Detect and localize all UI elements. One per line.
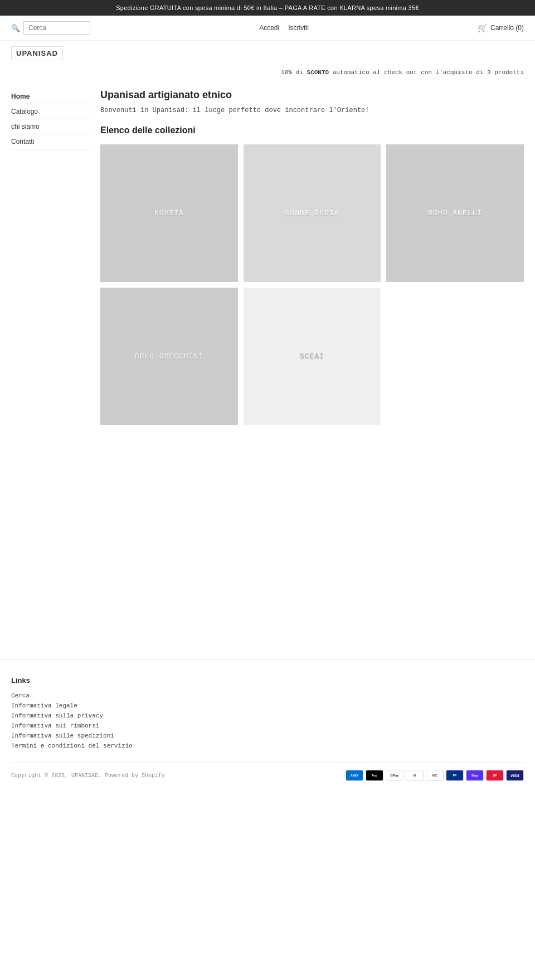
footer-link-item: Informativa legale: [11, 701, 524, 709]
collection-item[interactable]: BOHO ANELLI: [386, 144, 524, 282]
login-link[interactable]: Accedi: [259, 24, 279, 32]
footer-link-item: Termini e condizioni del servizio: [11, 741, 524, 749]
payment-icon-shoppay: Shop: [466, 770, 484, 781]
footer-link-item: Cerca: [11, 691, 524, 699]
collections-grid: NOVITÀGONNE INDIABOHO ANELLIBOHO ORECCHI…: [100, 144, 524, 425]
sidebar-item: chi siamo: [11, 119, 89, 134]
footer: Links CercaInformativa legaleInformativa…: [0, 659, 535, 792]
header: 🔍 Accedi Iscriviti 🛒 Carrello (0): [0, 16, 535, 41]
footer-links-title: Links: [11, 676, 524, 685]
footer-link-item: Informativa sulle spedizioni: [11, 731, 524, 739]
logo-area: UPANISAD: [0, 41, 535, 62]
payment-icon-google-pay: GPay: [386, 770, 403, 781]
footer-copyright: Copyright © 2023, UPANISAD. Powered by S…: [11, 773, 165, 779]
collection-item[interactable]: NOVITÀ: [100, 144, 238, 282]
collection-label: GONNE INDIA: [285, 209, 339, 217]
footer-link-item: Informativa sui rimborsi: [11, 721, 524, 729]
payment-icon-visa: VISA: [506, 770, 524, 781]
collection-label: NOVITÀ: [154, 209, 184, 217]
footer-link[interactable]: Termini e condizioni del servizio: [11, 743, 133, 749]
payment-icon-union-pay: UP: [486, 770, 504, 781]
discount-text-pre: 10% di: [281, 69, 307, 76]
register-link[interactable]: Iscriviti: [288, 24, 309, 32]
top-banner: Spedizione GRATUITA con spesa minima di …: [0, 0, 535, 16]
footer-link[interactable]: Informativa sulle spedizioni: [11, 732, 114, 739]
payment-icon-paypal: PP: [446, 770, 464, 781]
header-nav: Accedi Iscriviti: [259, 24, 309, 32]
sidebar: HomeCatalogochi siamoContatti: [11, 89, 100, 425]
collection-item[interactable]: SCEAI: [244, 288, 381, 425]
footer-link[interactable]: Cerca: [11, 692, 30, 699]
sidebar-item: Catalogo: [11, 104, 89, 119]
footer-link-item: Informativa sulla privacy: [11, 711, 524, 719]
collection-label: BOHO ORECCHINI: [135, 352, 203, 361]
sidebar-nav: HomeCatalogochi siamoContatti: [11, 89, 89, 149]
cart-icon: 🛒: [478, 23, 487, 32]
sidebar-link[interactable]: Home: [11, 93, 30, 100]
sidebar-item: Contatti: [11, 134, 89, 149]
payment-icon-maestro: M: [406, 770, 424, 781]
payment-icon-mastercard: MC: [426, 770, 444, 781]
search-icon[interactable]: 🔍: [11, 24, 20, 32]
collection-item[interactable]: GONNE INDIA: [244, 144, 381, 282]
discount-banner: 10% di SCONTO automatico al check out co…: [0, 62, 535, 78]
collection-item[interactable]: BOHO ORECCHINI: [100, 288, 238, 425]
payment-icon-apple-pay: Pay: [366, 770, 383, 781]
sidebar-item: Home: [11, 89, 89, 104]
payment-icon-american-express: AMEX: [346, 770, 363, 781]
collections-title: Elenco delle collezioni: [100, 125, 524, 135]
footer-gap: [0, 436, 535, 659]
search-input[interactable]: [23, 21, 90, 35]
footer-bottom: Copyright © 2023, UPANISAD. Powered by S…: [11, 763, 524, 781]
page-title: Upanisad artigianato etnico: [100, 89, 524, 101]
payment-icons: AMEXPayGPayMMCPPShopUPVISA: [346, 770, 524, 781]
collection-label: BOHO ANELLI: [428, 209, 482, 217]
welcome-text: Benvenuti in Upanisad: il luogo perfetto…: [100, 106, 524, 114]
cart-button[interactable]: 🛒 Carrello (0): [478, 23, 524, 32]
sidebar-link[interactable]: Contatti: [11, 138, 34, 145]
collection-label: SCEAI: [300, 352, 324, 361]
footer-link[interactable]: Informativa legale: [11, 702, 77, 709]
footer-links: Links CercaInformativa legaleInformativa…: [11, 676, 524, 749]
sidebar-link[interactable]: chi siamo: [11, 123, 40, 130]
discount-bold: SCONTO: [307, 69, 329, 76]
header-search-area: 🔍: [11, 21, 90, 35]
logo[interactable]: UPANISAD: [11, 46, 63, 60]
sidebar-link[interactable]: Catalogo: [11, 108, 38, 115]
footer-link[interactable]: Informativa sui rimborsi: [11, 722, 99, 729]
footer-link[interactable]: Informativa sulla privacy: [11, 712, 103, 719]
discount-text-post: automatico al check out con l'acquisto d…: [329, 69, 524, 76]
banner-text: Spedizione GRATUITA con spesa minima di …: [116, 4, 419, 11]
cart-label: Carrello (0): [490, 24, 524, 32]
main-layout: HomeCatalogochi siamoContatti Upanisad a…: [0, 78, 535, 436]
main-content: Upanisad artigianato etnico Benvenuti in…: [100, 89, 524, 425]
